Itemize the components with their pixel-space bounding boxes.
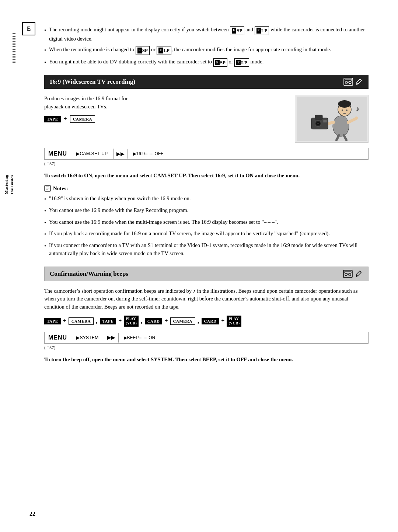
tape-badge-2: TAPE [100,318,116,324]
note-item: • If you play back a recording made for … [44,230,369,239]
notes-icon [44,185,51,192]
confirmation-instruction: To turn the beep off, open the menu and … [44,356,369,364]
page-number: 22 [29,511,35,517]
e-marker: E [22,22,35,35]
camera-badge-2: CAMERA [170,317,196,325]
bullet-item: • The recording mode might not appear in… [44,26,369,43]
svg-point-15 [317,123,319,124]
menu-row-widescreen: MENU ▶CAM.SET UP ▶▶ ▶16:9········OFF [44,148,369,160]
widescreen-layout: Produces images in the 16:9 format for p… [44,95,369,143]
tape-icon [343,78,353,86]
menu-item-camsetup: ▶CAM.SET UP [71,149,113,159]
menu-container-widescreen: MENU ▶CAM.SET UP ▶▶ ▶16:9········OFF ( □… [44,148,369,167]
confirmation-section: Confirmation/Warning beeps [44,267,369,364]
menu-label-2: MENU [45,332,71,343]
svg-point-29 [345,274,347,276]
menu-item-beep: ▶BEEP········ON [118,333,161,343]
svg-point-9 [333,116,349,136]
confirmation-description: The camcorder’s short operation confirma… [44,287,369,311]
play-vcr-badge-1: PLAY(VCR) [124,316,139,327]
menu-label: MENU [45,148,71,159]
confirmation-section-header: Confirmation/Warning beeps [44,267,369,281]
intro-bullets: • The recording mode might not appear in… [44,26,369,67]
svg-point-22 [346,109,348,111]
note-item: • If you connect the camcorder to a TV w… [44,241,369,258]
tape-badge: TAPE [44,116,61,122]
tape-badge-1: TAPE [44,318,61,324]
note-item: • You cannot use the 16:9 mode with the … [44,206,369,215]
svg-rect-31 [345,271,351,273]
notes-section: Notes: • "16:9" is shown in the display … [44,185,369,258]
svg-point-18 [355,117,358,119]
svg-rect-16 [323,120,327,122]
card-badge-1: CARD [145,318,163,324]
bullet-item: • You might not be able to do DV dubbing… [44,58,369,67]
widescreen-section-header: 16:9 (Widescreen TV recording) [44,75,369,89]
camcorder-svg: ♪ [297,97,367,141]
svg-point-8 [338,100,351,108]
camcorder-illustration: ♪ [295,95,369,143]
edit-icon [355,78,363,86]
note-item: • "16:9" is shown in the display when yo… [44,195,369,204]
svg-point-2 [349,81,351,84]
tape-icon-2 [343,270,353,278]
menu-arrow-2: ▶▶ [104,332,118,343]
edit-icon-2 [355,270,363,278]
svg-point-21 [342,109,343,111]
beep-icons-row: TAPE + CAMERA , TAPE + PLAY(VCR) , CARD … [44,316,369,327]
play-vcr-badge-2: PLAY(VCR) [227,316,241,327]
camera-badge-1: CAMERA [69,317,94,325]
svg-text:♪: ♪ [356,105,359,113]
widescreen-instruction: To switch 16:9 to ON, open the menu and … [44,172,369,180]
svg-rect-24 [45,185,50,191]
bullet-item: • When the recording mode is changed to … [44,46,369,55]
menu-item-system: ▶SYSTEM [71,333,104,343]
tape-camera-row: TAPE + CAMERA [44,115,287,123]
svg-rect-12 [315,115,322,119]
svg-point-1 [345,81,348,84]
menu-container-confirmation: MENU ▶SYSTEM ▶▶ ▶BEEP········ON ( □37) [44,332,369,351]
menu-item-169: ▶16:9········OFF [128,149,169,159]
svg-rect-3 [345,79,352,81]
menu-arrow: ▶▶ [113,149,128,159]
card-badge-2: CARD [202,318,219,324]
menu-ref-confirmation: ( □37) [44,345,369,351]
svg-point-30 [349,274,351,276]
note-item: • You cannot use the 16:9 mode when the … [44,218,369,227]
camera-badge: CAMERA [70,115,95,123]
menu-ref-widescreen: ( □37) [44,161,369,167]
menu-row-confirmation: MENU ▶SYSTEM ▶▶ ▶BEEP········ON [44,332,369,344]
